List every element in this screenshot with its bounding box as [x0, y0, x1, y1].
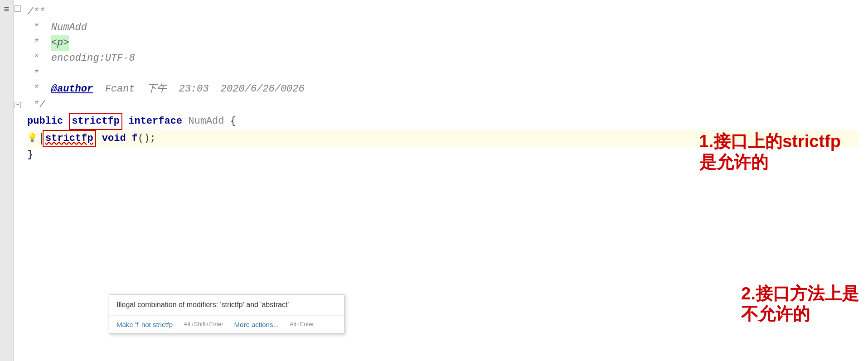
quickfix-action1-shortcut: Alt+Shift+Enter: [184, 320, 223, 329]
error-bulb-icon[interactable]: 💡: [27, 132, 37, 145]
comment-encoding: * encoding:UTF-8: [27, 51, 135, 66]
comment-star-p: *: [27, 35, 51, 51]
text-cursor: [41, 133, 42, 144]
method-parens: ();: [138, 131, 156, 146]
quickfix-action2[interactable]: More actions...: [234, 319, 279, 330]
editor-container: ≡ − /** * NumAdd * <p> * encoding:UTF-8 …: [0, 0, 868, 361]
comment-open: /**: [27, 5, 45, 20]
comment-p-tag: <p>: [51, 35, 69, 51]
comment-star-author: *: [27, 82, 51, 97]
annotation-1-line2: 是允许的: [699, 152, 841, 173]
comment-close: */: [27, 97, 45, 113]
interface-name: NumAdd: [188, 114, 230, 129]
open-brace: {: [230, 114, 236, 129]
keyword-strictfp-interface: strictfp: [69, 113, 122, 130]
keyword-public: public: [27, 114, 69, 129]
comment-numadd: * NumAdd: [27, 20, 87, 35]
code-line-1: /**: [27, 5, 859, 20]
keyword-strictfp-method: strictfp: [43, 130, 96, 147]
code-line-8: public strictfp interface NumAdd {: [27, 113, 859, 130]
code-line-7: − */: [27, 97, 859, 113]
hamburger-icon[interactable]: ≡: [4, 5, 9, 15]
annotation-2-line1: 2.接口方法上是: [741, 284, 859, 304]
method-name: f: [132, 131, 138, 146]
quickfix-action2-shortcut: Alt+Enter: [290, 320, 314, 329]
keyword-void: void: [96, 131, 132, 146]
code-line-2: * NumAdd: [27, 20, 859, 35]
quickfix-popup: Illegal combination of modifiers: 'stric…: [109, 294, 344, 334]
author-text: Fcant 下午 23:03 2020/6/26/0026: [93, 82, 304, 97]
code-line-5: *: [27, 66, 859, 82]
comment-empty-star: *: [27, 66, 39, 82]
code-line-3: * <p>: [27, 35, 859, 51]
error-message: Illegal combination of modifiers: 'stric…: [109, 295, 344, 316]
quickfix-action1[interactable]: Make 'f' not strictfp: [116, 319, 173, 330]
annotation-2: 2.接口方法上是 不允许的: [741, 284, 859, 325]
annotation-2-line2: 不允许的: [741, 304, 859, 325]
keyword-interface: interface: [122, 114, 188, 129]
author-tag: @author: [51, 82, 93, 97]
annotation-1: 1.接口上的strictfp 是允许的: [699, 131, 841, 173]
code-line-6: * @author Fcant 下午 23:03 2020/6/26/0026: [27, 82, 859, 97]
code-line-4: * encoding:UTF-8: [27, 51, 859, 66]
fold-marker-bottom[interactable]: −: [15, 102, 21, 108]
code-area: − /** * NumAdd * <p> * encoding:UTF-8 * …: [14, 0, 868, 361]
fold-marker-top[interactable]: −: [15, 5, 21, 12]
left-sidebar: ≡: [0, 0, 14, 361]
annotation-1-line1: 1.接口上的strictfp: [699, 131, 841, 152]
close-brace: }: [27, 147, 33, 163]
quickfix-actions-row: Make 'f' not strictfp Alt+Shift+Enter Mo…: [109, 316, 344, 333]
